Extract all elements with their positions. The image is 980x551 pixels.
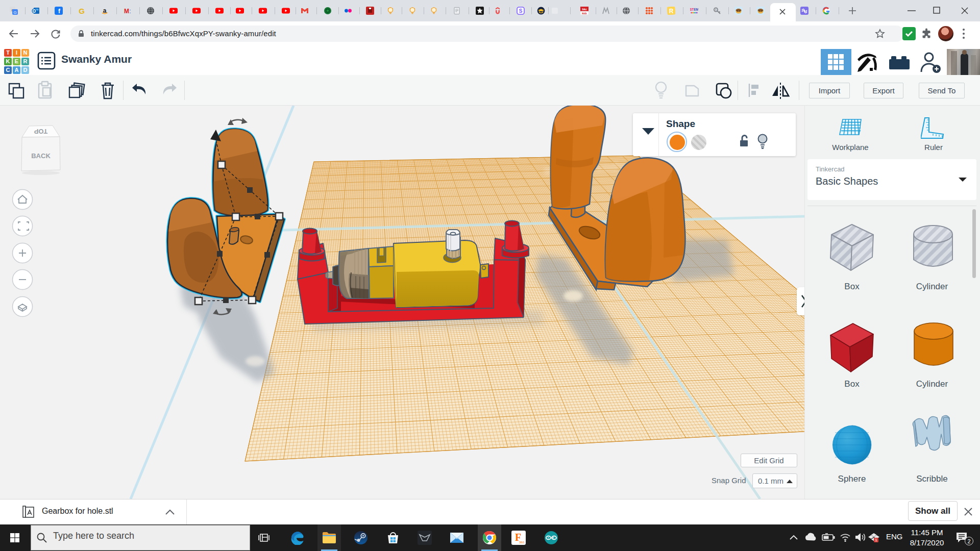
svg-text:1: 1 <box>875 538 877 542</box>
svg-text:S: S <box>519 8 523 14</box>
svg-text:BACK: BACK <box>31 152 51 160</box>
svg-text:R: R <box>669 8 674 15</box>
svg-text:6: 6 <box>715 8 717 11</box>
svg-text:a: a <box>103 7 107 14</box>
svg-text:kidz: kidz <box>582 12 587 15</box>
svg-text:G: G <box>79 7 85 15</box>
svg-text:M: M <box>124 8 129 15</box>
svg-text::: : <box>129 8 131 15</box>
svg-text:bkz: bkz <box>582 8 586 11</box>
svg-text:TOP: TOP <box>34 128 47 135</box>
svg-text:G: G <box>13 10 16 15</box>
svg-text:STEM: STEM <box>690 8 698 11</box>
